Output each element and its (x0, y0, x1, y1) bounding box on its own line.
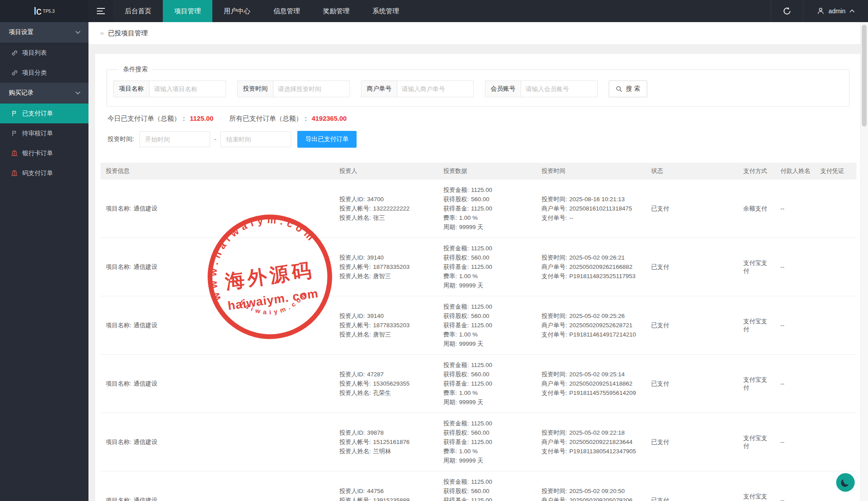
gained-fund: 获得基金:1125.00 (443, 262, 534, 272)
menu-collapse-button[interactable] (88, 0, 113, 22)
sidebar-group-label: 项目设置 (9, 28, 34, 36)
investor-id: 投资人ID:39140 (339, 253, 436, 262)
project-name: 项目名称:通信建设 (106, 321, 332, 330)
pay-no: 支付单号:P1918114823525117953 (542, 272, 644, 281)
cell-payer-name: -- (775, 471, 815, 501)
cell-invest-data: 投资金额:1125.00 获得股权:560.00 获得基金:1125.00 费率… (438, 180, 536, 238)
invest-amount: 投资金额:1125.00 (443, 185, 534, 195)
search-button[interactable]: 搜 索 (609, 80, 647, 97)
main-panel: » 已投项目管理 条件搜索 项目名称 投资时间 (88, 22, 868, 501)
stat-today-paid: 今日已支付订单（总额）：1125.00 (108, 115, 213, 123)
investor-id: 投资人ID:39140 (339, 311, 436, 321)
sidebar-item-paid-orders[interactable]: 已支付订单 (0, 103, 88, 123)
cell-pay-method: 余额支付 (738, 180, 775, 238)
project-name: 项目名称:通信建设 (106, 437, 332, 447)
field-invest-time: 投资时间 (237, 80, 350, 97)
theme-toggle-button[interactable] (836, 473, 855, 492)
table-row: 项目名称:通信建设 投资人ID:44756 投资人帐号:13915235889 … (100, 471, 856, 501)
col-invest-time: 投资时间 (536, 163, 646, 180)
gained-equity: 获得股权:560.00 (443, 428, 534, 437)
end-time-input[interactable] (220, 131, 291, 147)
sidebar-item-qr-pay-orders[interactable]: 码支付订单 (0, 163, 88, 183)
sidebar-group-project-settings[interactable]: 项目设置 (0, 22, 88, 43)
col-status: 状态 (646, 163, 738, 180)
app-logo: lc TP5.3 (0, 0, 88, 22)
export-toolbar: 投资时间: - 导出已支付订单 (108, 131, 856, 148)
cell-invest-data: 投资金额:1125.00 获得股权:560.00 获得基金:1125.00 费率… (438, 471, 536, 501)
scrollbar-thumb[interactable] (862, 25, 867, 126)
col-pay-method: 支付方式 (738, 163, 775, 180)
merchant-no: 商户单号:2025050209221823644 (542, 437, 644, 447)
cell-invest-data: 投资金额:1125.00 获得股权:560.00 获得基金:1125.00 费率… (438, 355, 536, 413)
cell-pay-method: 支付宝支付 (738, 296, 775, 355)
cell-payer-name: -- (775, 355, 815, 413)
project-name-input[interactable] (149, 80, 226, 97)
gained-fund: 获得基金:1125.00 (443, 204, 534, 213)
refresh-icon (783, 7, 791, 15)
export-paid-orders-button[interactable]: 导出已支付订单 (297, 131, 357, 148)
cell-invest-data: 投资金额:1125.00 获得股权:560.00 获得基金:1125.00 费率… (438, 413, 536, 471)
fee-rate: 费率:1.00 % (443, 388, 534, 398)
invest-time: 投资时间:2025-05-02 09:20:50 (542, 486, 644, 496)
cell-invest-info: 项目名称:通信建设 (100, 180, 334, 238)
gained-equity: 获得股权:560.00 (443, 311, 534, 321)
cell-payer-name: -- (775, 296, 815, 355)
top-navigation: 后台首页 项目管理 用户中心 信息管理 奖励管理 系统管理 (113, 0, 411, 22)
nav-item-user-center[interactable]: 用户中心 (212, 0, 262, 22)
user-icon (817, 7, 825, 15)
nav-item-system-management[interactable]: 系统管理 (361, 0, 411, 22)
invest-time-input[interactable] (273, 80, 350, 97)
period: 周期:99999 天 (443, 222, 534, 232)
investor-account: 投资人帐号:13222222222 (339, 204, 436, 213)
cell-pay-proof (815, 413, 856, 471)
breadcrumb: » 已投项目管理 (88, 22, 868, 45)
invest-time: 投资时间:2025-05-02 09:22:18 (542, 428, 644, 437)
stat-today-value: 1125.00 (190, 115, 213, 122)
fee-rate: 费率:1.00 % (443, 330, 534, 339)
gained-equity: 获得股权:560.00 (443, 370, 534, 379)
bank-icon (11, 170, 18, 176)
nav-item-project-management[interactable]: 项目管理 (163, 0, 212, 22)
project-name: 项目名称:通信建设 (106, 204, 332, 213)
member-account-input[interactable] (521, 80, 598, 97)
invest-time: 投资时间:2025-05-02 09:25:14 (542, 370, 644, 379)
status-badge: 已支付 (651, 439, 669, 445)
sidebar-item-project-list[interactable]: 项目列表 (0, 43, 88, 63)
merchant-no: 商户单号:2025050209251418862 (542, 379, 644, 388)
cell-payer-name: -- (775, 180, 815, 238)
user-menu[interactable]: admin (803, 0, 868, 22)
cell-pay-proof (815, 296, 856, 355)
cell-investor: 投资人ID:47287 投资人帐号:15305629355 投资人姓名:孔荣生 (334, 355, 438, 413)
merchant-no: 商户单号:2025050209252628721 (542, 321, 644, 330)
table-row: 项目名称:通信建设 投资人ID:34700 投资人帐号:13222222222 … (100, 180, 856, 238)
cell-pay-proof (815, 355, 856, 413)
pay-no: 支付单号:P1918114614917214210 (542, 330, 644, 339)
sidebar-item-bank-card-orders[interactable]: 银行卡订单 (0, 143, 88, 163)
start-time-input[interactable] (139, 131, 210, 147)
refresh-button[interactable] (771, 0, 803, 22)
cell-status: 已支付 (646, 471, 738, 501)
cell-invest-info: 项目名称:通信建设 (100, 471, 334, 501)
merchant-no: 商户单号:2025050209262166882 (542, 262, 644, 272)
status-badge: 已支付 (651, 380, 669, 387)
cell-pay-method: 支付宝支付 (738, 471, 775, 501)
invest-time: 投资时间:2025-05-02 09:26:21 (542, 253, 644, 262)
sidebar-item-label: 已支付订单 (22, 110, 53, 118)
nav-item-dashboard[interactable]: 后台首页 (113, 0, 163, 22)
sidebar-group-label: 购买记录 (9, 89, 34, 97)
flag-icon (11, 110, 18, 117)
merchant-no: 商户单号:2025050209205079206 (542, 496, 644, 501)
breadcrumb-arrow: » (100, 29, 104, 37)
sidebar-item-project-category[interactable]: 项目分类 (0, 63, 88, 83)
sidebar-item-label: 码支付订单 (22, 169, 53, 177)
merchant-no-input[interactable] (397, 80, 474, 97)
vertical-scrollbar (860, 22, 868, 501)
invest-amount: 投资金额:1125.00 (443, 419, 534, 428)
fee-rate: 费率:1.00 % (443, 447, 534, 456)
sidebar-group-purchase-records[interactable]: 购买记录 (0, 83, 88, 103)
sidebar-item-pending-orders[interactable]: 待审核订单 (0, 123, 88, 143)
nav-item-info-management[interactable]: 信息管理 (262, 0, 311, 22)
invest-amount: 投资金额:1125.00 (443, 244, 534, 253)
nav-item-reward-management[interactable]: 奖励管理 (311, 0, 361, 22)
pay-no: 支付单号:-- (542, 213, 644, 222)
